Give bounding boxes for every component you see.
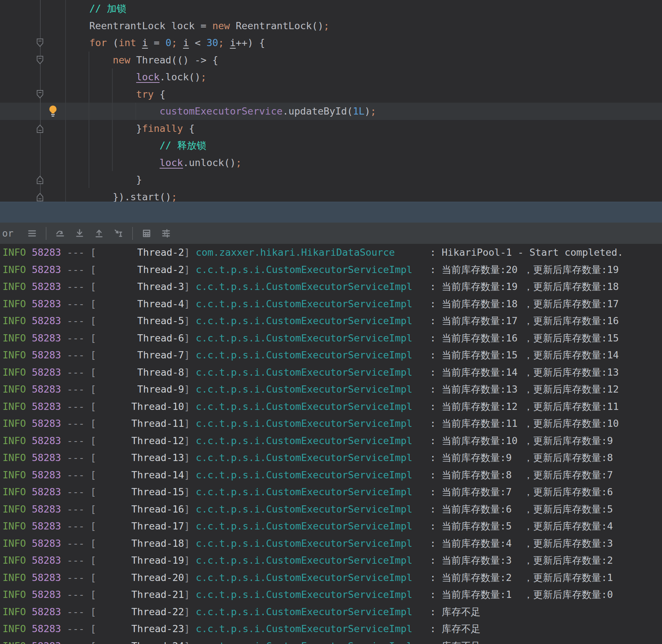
log-field: Thread-16 [96,504,184,515]
log-field: 58283 [32,469,61,480]
toolbar-divider [46,227,46,240]
fold-end-icon[interactable] [36,124,44,133]
log-field: INFO [3,606,26,617]
log-field: Thread-6 [96,332,184,344]
log-field: c.c.t.p.s.i.CustomExecutorServiceImpl [196,504,430,515]
code-token: new [212,20,230,31]
menu-glyph [27,228,37,238]
code-line: try { [89,86,376,103]
log-field: INFO [3,315,26,326]
log-field: Thread-11 [96,418,184,429]
log-field: : [430,555,442,566]
log-field: : [430,367,442,378]
log-field [26,247,32,258]
code-line: ReentrantLock lock = new ReentrantLock()… [89,17,376,35]
log-field [26,520,32,532]
code-token [177,37,183,48]
fold-end-icon[interactable] [36,175,44,184]
code-token: lock [160,157,183,168]
log-field: INFO [3,384,26,395]
code-token: i [230,37,236,48]
jump-to-caret-icon[interactable] [113,228,124,239]
log-field: INFO [3,332,26,344]
log-row: INFO 58283 --- [ Thread-14] c.c.t.p.s.i.… [3,466,662,484]
code-token: = [148,37,166,48]
log-field: --- [ [61,247,97,258]
grid-glyph [142,228,152,238]
log-row: INFO 58283 --- [ Thread-2] c.c.t.p.s.i.C… [3,261,662,278]
log-field [26,452,32,463]
log-field: 58283 [32,504,61,515]
log-field: 58283 [32,401,61,412]
soft-wrap-glyph [55,228,65,238]
code-token: i [142,37,148,48]
log-field: 58283 [32,349,61,361]
log-field: : [430,520,442,532]
code-line: } [89,171,376,188]
log-field: c.c.t.p.s.i.CustomExecutorServiceImpl [196,640,430,644]
log-field: --- [ [61,349,97,361]
fold-collapse-icon[interactable] [36,90,44,99]
log-field: : [430,315,442,326]
log-field: Thread-2 [96,247,184,258]
soft-wrap-icon[interactable] [54,228,66,239]
log-field: ] [184,367,196,378]
log-field: INFO [3,435,26,446]
scroll-down-glyph [75,228,85,238]
log-field [26,606,32,617]
splitter-bar[interactable] [0,202,662,223]
log-field: 58283 [32,281,61,292]
log-field: ] [184,486,196,497]
log-field: : [430,247,442,258]
log-field: c.c.t.p.s.i.CustomExecutorServiceImpl [196,298,430,309]
menu-icon[interactable] [26,228,38,239]
scroll-up-icon[interactable] [93,228,105,239]
log-field: 58283 [32,555,61,566]
fold-end-icon[interactable] [36,192,44,202]
log-field: Thread-10 [96,401,184,412]
filter-settings-icon[interactable] [160,228,172,239]
code-line: lock.unlock(); [89,154,376,171]
log-field: --- [ [61,298,97,309]
log-field: --- [ [61,452,97,463]
log-field: --- [ [61,555,97,566]
log-field: --- [ [61,435,97,446]
log-field: INFO [3,418,26,429]
log-field: c.c.t.p.s.i.CustomExecutorServiceImpl [196,264,430,275]
log-field: : [430,469,442,480]
log-field: com.zaxxer.hikari.HikariDataSource [196,247,430,258]
log-field: 58283 [32,640,61,644]
code-token: try [136,89,154,100]
log-field: Thread-12 [96,435,184,446]
log-field: : [430,572,442,583]
log-field [26,281,32,292]
log-field: INFO [3,623,26,634]
code-token: } [89,174,142,185]
toolbar-cropped-label: or [2,228,13,239]
code-token: for [89,37,107,48]
code-editor[interactable]: // 加锁ReentrantLock lock = new ReentrantL… [0,0,662,202]
console-output[interactable]: INFO 58283 --- [ Thread-2] com.zaxxer.hi… [0,244,662,644]
code-token: new [113,54,130,66]
filter-settings-glyph [161,228,171,238]
log-row: INFO 58283 --- [ Thread-11] c.c.t.p.s.i.… [3,415,662,432]
fold-collapse-icon[interactable] [36,38,44,48]
log-field: 当前库存数量:8 ，更新后库存数量:7 [442,469,613,480]
code-token: lock [136,71,160,82]
code-token: int [118,37,136,48]
log-field: ] [184,349,196,361]
log-field: c.c.t.p.s.i.CustomExecutorServiceImpl [196,315,430,326]
log-field: : [430,504,442,515]
log-row: INFO 58283 --- [ Thread-2] com.zaxxer.hi… [3,244,662,261]
code-token: // 释放锁 [160,140,206,151]
fold-collapse-icon[interactable] [36,55,44,65]
log-field: Thread-2 [96,264,184,275]
grid-icon[interactable] [141,228,152,239]
log-field: Thread-4 [96,298,184,309]
log-field: --- [ [61,486,97,497]
log-field: c.c.t.p.s.i.CustomExecutorServiceImpl [196,452,430,463]
intention-bulb-icon[interactable] [48,105,58,118]
scroll-down-icon[interactable] [74,228,85,239]
log-field: : [430,264,442,275]
log-field [26,640,32,644]
